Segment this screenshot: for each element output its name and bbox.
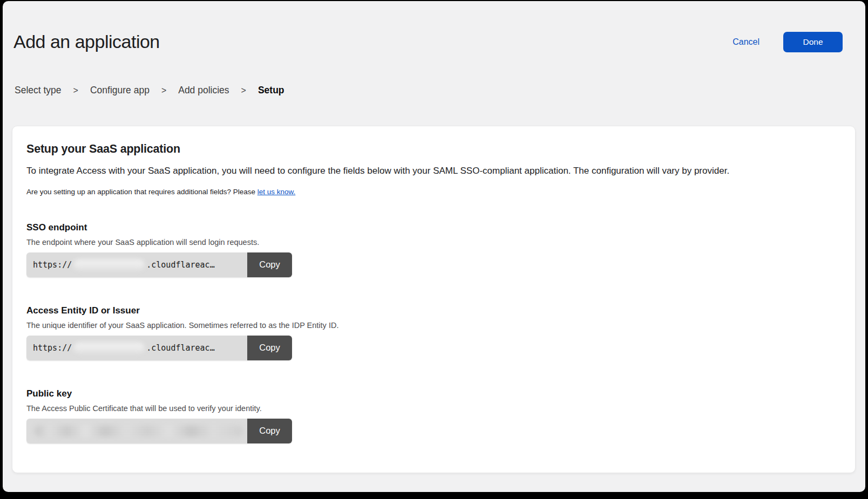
card-note: Are you setting up an application that r… xyxy=(26,188,839,196)
sso-endpoint-field-row: https:// .cloudflareac… Copy xyxy=(26,252,292,277)
entity-id-field-row: https:// .cloudflareac… Copy xyxy=(26,336,292,360)
redacted-value xyxy=(73,343,145,353)
note-text: Are you setting up an application that r… xyxy=(26,188,257,196)
breadcrumb-add-policies[interactable]: Add policies xyxy=(178,85,229,96)
page-title: Add an application xyxy=(13,31,160,52)
app-window: Add an application Cancel Done Select ty… xyxy=(3,1,865,492)
sso-endpoint-description: The endpoint where your SaaS application… xyxy=(26,238,839,247)
copy-button-entity-id[interactable]: Copy xyxy=(247,336,292,360)
entity-id-value: https:// .cloudflareac… xyxy=(26,336,247,360)
field-group-entity-id: Access Entity ID or Issuer The unique id… xyxy=(26,305,839,360)
public-key-description: The Access Public Certificate that will … xyxy=(26,404,839,413)
breadcrumb: Select type > Configure app > Add polici… xyxy=(3,85,865,96)
field-group-sso-endpoint: SSO endpoint The endpoint where your Saa… xyxy=(26,222,839,277)
page-header: Add an application Cancel Done xyxy=(3,1,865,52)
breadcrumb-setup[interactable]: Setup xyxy=(258,85,284,96)
let-us-know-link[interactable]: let us know. xyxy=(257,188,296,196)
sso-endpoint-value-prefix: https:// xyxy=(33,260,72,270)
entity-id-description: The unique identifier of your SaaS appli… xyxy=(26,321,839,330)
entity-id-label: Access Entity ID or Issuer xyxy=(26,305,839,316)
entity-id-value-prefix: https:// xyxy=(33,343,72,353)
redacted-value xyxy=(35,425,243,437)
done-button[interactable]: Done xyxy=(783,32,843,52)
card-heading: Setup your SaaS application xyxy=(26,142,839,156)
setup-card: Setup your SaaS application To integrate… xyxy=(12,126,856,473)
public-key-label: Public key xyxy=(26,388,839,399)
entity-id-value-suffix: .cloudflareac… xyxy=(146,343,214,353)
breadcrumb-separator: > xyxy=(241,86,246,95)
sso-endpoint-value: https:// .cloudflareac… xyxy=(26,252,247,277)
breadcrumb-select-type[interactable]: Select type xyxy=(15,85,62,96)
breadcrumb-separator: > xyxy=(73,86,78,95)
sso-endpoint-value-suffix: .cloudflareac… xyxy=(146,260,214,270)
card-intro: To integrate Access with your SaaS appli… xyxy=(26,165,839,177)
breadcrumb-configure-app[interactable]: Configure app xyxy=(90,85,150,96)
public-key-field-row: Copy xyxy=(26,419,292,443)
header-actions: Cancel Done xyxy=(733,32,843,52)
field-group-public-key: Public key The Access Public Certificate… xyxy=(26,388,839,443)
public-key-value xyxy=(26,419,247,443)
redacted-value xyxy=(73,259,145,270)
sso-endpoint-label: SSO endpoint xyxy=(26,222,839,233)
breadcrumb-separator: > xyxy=(161,86,166,95)
cancel-button[interactable]: Cancel xyxy=(733,37,760,47)
copy-button-sso-endpoint[interactable]: Copy xyxy=(247,252,292,277)
copy-button-public-key[interactable]: Copy xyxy=(247,419,292,443)
